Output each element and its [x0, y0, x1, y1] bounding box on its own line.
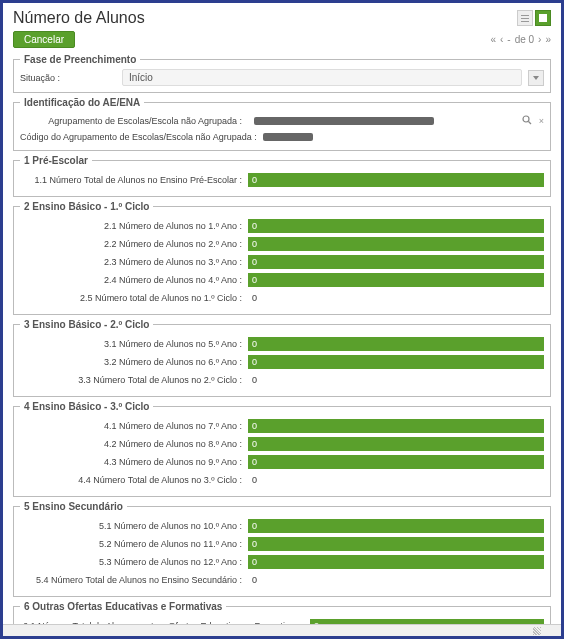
agrup-label: Agrupamento de Escolas/Escola não Agrupa…: [20, 116, 248, 126]
sec6-legend: 6 Outras Ofertas Educativas e Formativas: [20, 601, 226, 612]
situacao-label: Situação :: [20, 73, 116, 83]
sec3-fieldset: 3 Ensino Básico - 2.º Ciclo 3.1 Número d…: [13, 319, 551, 397]
sec4-r4-label: 4.4 Número Total de Alunos no 3.º Ciclo …: [20, 475, 248, 485]
page-title: Número de Alunos: [13, 9, 145, 27]
sec5-r1-input[interactable]: 0: [248, 519, 544, 533]
sec2-r3-label: 2.3 Número de Alunos no 3.º Ano :: [20, 257, 248, 267]
sec2-r2-input[interactable]: 0: [248, 237, 544, 251]
sec5-r1-label: 5.1 Número de Alunos no 10.º Ano :: [20, 521, 248, 531]
sec1-r1-input[interactable]: 0: [248, 173, 544, 187]
sec5-r3-input[interactable]: 0: [248, 555, 544, 569]
svg-rect-3: [539, 14, 547, 22]
sec2-r1-label: 2.1 Número de Alunos no 1.º Ano :: [20, 221, 248, 231]
sec5-r4-value: 0: [248, 573, 544, 587]
view-list-button[interactable]: [517, 10, 533, 26]
sec2-legend: 2 Ensino Básico - 1.º Ciclo: [20, 201, 153, 212]
sec3-r2-input[interactable]: 0: [248, 355, 544, 369]
sec3-r3-label: 3.3 Número Total de Alunos no 2.º Ciclo …: [20, 375, 248, 385]
svg-point-4: [523, 116, 529, 122]
pager-text: de 0: [515, 34, 534, 45]
situacao-dropdown-icon[interactable]: [528, 70, 544, 86]
sec2-r4-input[interactable]: 0: [248, 273, 544, 287]
sec1-r1-label: 1.1 Número Total de Alunos no Ensino Pré…: [20, 175, 248, 185]
sec2-fieldset: 2 Ensino Básico - 1.º Ciclo 2.1 Número d…: [13, 201, 551, 315]
sec2-r4-label: 2.4 Número de Alunos no 4.º Ano :: [20, 275, 248, 285]
footer-bar: [3, 624, 561, 636]
sec2-r5-value: 0: [248, 291, 544, 305]
sec4-r2-label: 4.2 Número de Alunos no 8.º Ano :: [20, 439, 248, 449]
agrup-value-redacted: [254, 117, 434, 125]
pager-first-icon[interactable]: «: [490, 34, 496, 45]
svg-line-5: [528, 122, 531, 125]
sec3-r1-input[interactable]: 0: [248, 337, 544, 351]
toolbar: Cancelar « ‹ - de 0 › »: [13, 31, 551, 48]
svg-rect-0: [521, 15, 529, 16]
view-toggles: [517, 10, 551, 26]
clear-icon[interactable]: ×: [539, 116, 544, 126]
sec2-r5-label: 2.5 Número total de Alunos no 1.º Ciclo …: [20, 293, 248, 303]
situacao-value: Início: [129, 72, 153, 83]
sec4-r1-input[interactable]: 0: [248, 419, 544, 433]
sec4-fieldset: 4 Ensino Básico - 3.º Ciclo 4.1 Número d…: [13, 401, 551, 497]
sec5-r3-label: 5.3 Número de Alunos no 12.º Ano :: [20, 557, 248, 567]
sec2-r3-input[interactable]: 0: [248, 255, 544, 269]
sec4-r4-value: 0: [248, 473, 544, 487]
view-form-button[interactable]: [535, 10, 551, 26]
fase-legend: Fase de Preenchimento: [20, 54, 140, 65]
situacao-select[interactable]: Início: [122, 69, 522, 86]
pager-last-icon[interactable]: »: [545, 34, 551, 45]
sec5-r4-label: 5.4 Número Total de Alunos no Ensino Sec…: [20, 575, 248, 585]
sec5-r2-label: 5.2 Número de Alunos no 11.º Ano :: [20, 539, 248, 549]
ident-fieldset: Identificação do AE/ENA Agrupamento de E…: [13, 97, 551, 151]
codigo-value-redacted: [263, 133, 313, 141]
sec5-fieldset: 5 Ensino Secundário 5.1 Número de Alunos…: [13, 501, 551, 597]
content-area: Número de Alunos Cancelar « ‹ - de 0 › »: [3, 3, 561, 624]
sec2-r1-input[interactable]: 0: [248, 219, 544, 233]
sec3-r2-label: 3.2 Número de Alunos no 6.º Ano :: [20, 357, 248, 367]
sec2-r2-label: 2.2 Número de Alunos no 2.º Ano :: [20, 239, 248, 249]
sec1-fieldset: 1 Pré-Escolar 1.1 Número Total de Alunos…: [13, 155, 551, 197]
resize-handle-icon[interactable]: [533, 627, 541, 635]
sec3-r1-label: 3.1 Número de Alunos no 5.º Ano :: [20, 339, 248, 349]
page-header: Número de Alunos: [13, 9, 551, 27]
pager-dash: -: [507, 34, 510, 45]
fase-fieldset: Fase de Preenchimento Situação : Início: [13, 54, 551, 93]
sec4-r1-label: 4.1 Número de Alunos no 7.º Ano :: [20, 421, 248, 431]
sec4-legend: 4 Ensino Básico - 3.º Ciclo: [20, 401, 153, 412]
sec3-r3-value: 0: [248, 373, 544, 387]
ident-legend: Identificação do AE/ENA: [20, 97, 144, 108]
svg-rect-2: [521, 21, 529, 22]
sec3-legend: 3 Ensino Básico - 2.º Ciclo: [20, 319, 153, 330]
sec4-r3-input[interactable]: 0: [248, 455, 544, 469]
sec5-r2-input[interactable]: 0: [248, 537, 544, 551]
sec5-legend: 5 Ensino Secundário: [20, 501, 127, 512]
search-icon[interactable]: [521, 114, 533, 128]
pager-prev-icon[interactable]: ‹: [500, 34, 503, 45]
cancel-button[interactable]: Cancelar: [13, 31, 75, 48]
svg-rect-1: [521, 18, 529, 19]
codigo-label: Código do Agrupamento de Escolas/Escola …: [20, 132, 263, 142]
pager: « ‹ - de 0 › »: [490, 34, 551, 45]
pager-next-icon[interactable]: ›: [538, 34, 541, 45]
sec4-r3-label: 4.3 Número de Alunos no 9.º Ano :: [20, 457, 248, 467]
sec6-fieldset: 6 Outras Ofertas Educativas e Formativas…: [13, 601, 551, 624]
app-frame: Número de Alunos Cancelar « ‹ - de 0 › »: [0, 0, 564, 639]
sec4-r2-input[interactable]: 0: [248, 437, 544, 451]
sec1-legend: 1 Pré-Escolar: [20, 155, 92, 166]
